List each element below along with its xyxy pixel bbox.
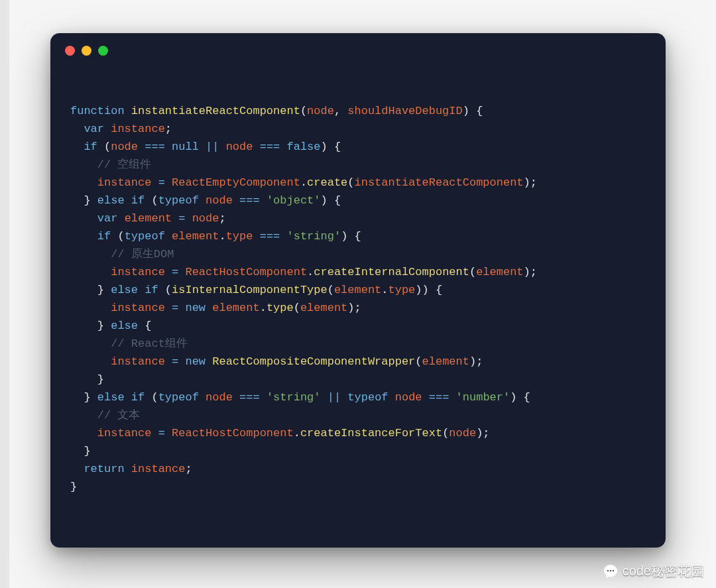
code-token bbox=[125, 391, 131, 404]
code-token: element bbox=[172, 230, 219, 243]
code-token: } bbox=[70, 320, 111, 332]
code-line: instance = ReactHostComponent.createInst… bbox=[70, 424, 646, 442]
code-token bbox=[125, 105, 131, 117]
code-token: // 文本 bbox=[97, 409, 141, 422]
code-token: ( bbox=[442, 427, 449, 440]
code-token bbox=[70, 123, 84, 135]
code-token: ( bbox=[145, 194, 158, 207]
code-token bbox=[206, 355, 212, 368]
code-token: node bbox=[192, 212, 219, 225]
close-dot[interactable] bbox=[65, 46, 75, 56]
code-token: // 原生DOM bbox=[111, 248, 174, 261]
code-token: } bbox=[70, 194, 97, 207]
code-token: if bbox=[84, 141, 97, 153]
code-token: instance bbox=[111, 302, 165, 314]
code-token bbox=[70, 302, 111, 314]
code-token: ReactEmptyComponent bbox=[172, 176, 300, 189]
chat-bubble-icon bbox=[603, 563, 619, 579]
minimize-dot[interactable] bbox=[82, 46, 91, 56]
code-token: ReactHostComponent bbox=[172, 427, 294, 440]
code-line: instance = new ReactCompositeComponentWr… bbox=[70, 353, 646, 371]
code-token bbox=[70, 427, 97, 440]
code-token: ReactHostComponent bbox=[185, 266, 307, 278]
code-token: )) { bbox=[415, 284, 442, 296]
code-token bbox=[172, 212, 178, 225]
code-token: ( bbox=[300, 105, 307, 117]
code-token: element bbox=[300, 302, 347, 314]
code-token: ); bbox=[476, 427, 489, 440]
code-token bbox=[260, 391, 267, 404]
code-token bbox=[280, 230, 286, 243]
code-token: typeof bbox=[125, 230, 165, 243]
code-line: } else if (isInternalComponentType(eleme… bbox=[70, 281, 646, 299]
code-token: ); bbox=[524, 266, 537, 278]
code-token: ( bbox=[469, 266, 476, 278]
code-token: node bbox=[206, 194, 233, 207]
code-token: ) { bbox=[510, 391, 530, 404]
code-token bbox=[151, 427, 158, 440]
code-token: = bbox=[158, 176, 165, 189]
code-token bbox=[253, 230, 259, 243]
code-token: return bbox=[84, 463, 124, 475]
code-token: ; bbox=[185, 463, 192, 475]
code-token: = bbox=[172, 355, 178, 368]
code-token bbox=[70, 409, 97, 422]
code-token: ( bbox=[145, 391, 158, 404]
code-token bbox=[70, 266, 111, 278]
code-line: } else { bbox=[70, 317, 646, 335]
code-token: typeof bbox=[347, 391, 388, 404]
code-token: function bbox=[70, 105, 125, 117]
code-token: . bbox=[307, 266, 314, 278]
code-token: node bbox=[226, 141, 253, 153]
code-token: ( bbox=[328, 284, 334, 296]
code-token bbox=[125, 194, 131, 207]
code-token: type bbox=[226, 230, 253, 243]
code-line: if (node === null || node === false) { bbox=[70, 138, 646, 156]
code-token bbox=[165, 176, 172, 189]
code-token bbox=[138, 284, 145, 296]
code-token bbox=[165, 266, 172, 278]
code-token bbox=[70, 176, 97, 189]
code-token bbox=[321, 391, 328, 404]
code-token: false bbox=[287, 141, 321, 153]
code-token: null bbox=[172, 141, 199, 153]
code-token: createInstanceForText bbox=[300, 427, 442, 440]
code-token bbox=[117, 212, 124, 225]
code-token: if bbox=[145, 284, 158, 296]
code-token: node bbox=[206, 391, 233, 404]
code-token: 'string' bbox=[267, 391, 321, 404]
code-token bbox=[70, 141, 84, 153]
code-token bbox=[70, 337, 111, 350]
code-token: = bbox=[172, 266, 178, 278]
code-token: ; bbox=[165, 123, 172, 135]
code-token: if bbox=[97, 230, 111, 243]
code-token: , bbox=[334, 105, 347, 117]
code-token: = bbox=[158, 427, 165, 440]
code-token: else bbox=[111, 320, 138, 332]
svg-point-2 bbox=[613, 569, 614, 571]
code-token: create bbox=[307, 176, 347, 189]
code-token bbox=[253, 141, 259, 153]
code-line: } bbox=[70, 478, 646, 496]
code-token bbox=[388, 391, 395, 404]
code-token: element bbox=[334, 284, 381, 296]
maximize-dot[interactable] bbox=[98, 46, 108, 56]
code-token: node bbox=[111, 141, 138, 153]
code-token: instance bbox=[111, 266, 165, 278]
code-token: new bbox=[185, 302, 206, 314]
code-token bbox=[260, 194, 267, 207]
code-token: . bbox=[219, 230, 225, 243]
svg-point-0 bbox=[607, 569, 609, 571]
code-token: instance bbox=[111, 123, 165, 135]
code-line: return instance; bbox=[70, 460, 646, 478]
code-line: instance = ReactEmptyComponent.create(in… bbox=[70, 174, 646, 192]
code-token: element bbox=[476, 266, 523, 278]
code-token bbox=[178, 355, 185, 368]
code-token: = bbox=[178, 212, 185, 225]
code-token: === bbox=[429, 391, 449, 404]
code-token: typeof bbox=[158, 194, 199, 207]
code-token bbox=[70, 355, 111, 368]
code-line: instance = ReactHostComponent.createInte… bbox=[70, 263, 646, 281]
code-token bbox=[70, 230, 97, 243]
code-token: ( bbox=[294, 302, 300, 314]
